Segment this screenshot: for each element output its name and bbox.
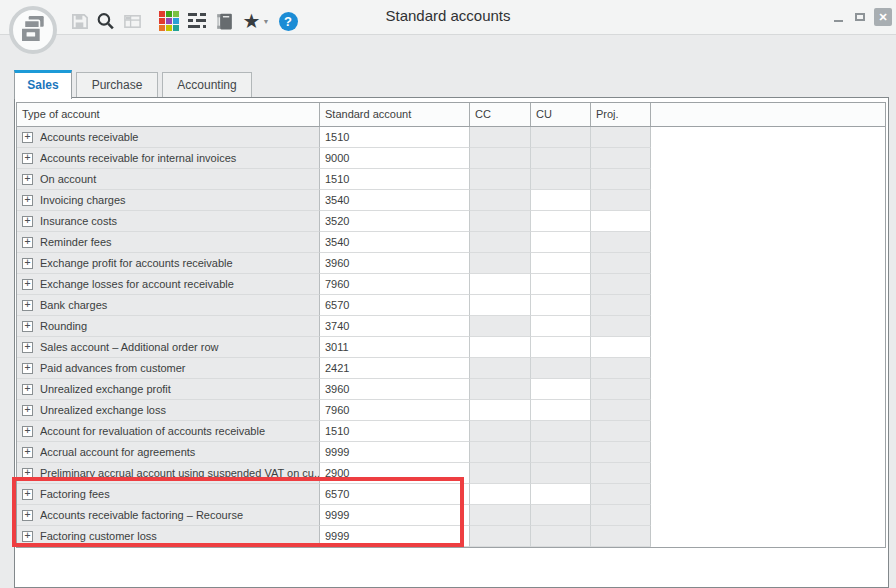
proj-cell[interactable] [591, 526, 651, 547]
cu-cell[interactable] [531, 358, 591, 379]
standard-account-cell[interactable]: 7960 [320, 274, 470, 295]
standard-account-cell[interactable]: 1510 [320, 127, 470, 148]
expand-plus-icon[interactable]: + [22, 489, 33, 500]
expand-plus-icon[interactable]: + [22, 405, 33, 416]
type-of-account-cell[interactable]: +Reminder fees [17, 232, 320, 253]
expand-plus-icon[interactable]: + [22, 195, 33, 206]
cc-cell[interactable] [470, 379, 531, 400]
col-header-type-of-account[interactable]: Type of account [17, 103, 320, 126]
expand-plus-icon[interactable]: + [22, 342, 33, 353]
cu-cell[interactable] [531, 232, 591, 253]
type-of-account-cell[interactable]: +Unrealized exchange profit [17, 379, 320, 400]
cu-cell[interactable] [531, 274, 591, 295]
type-of-account-cell[interactable]: +Preliminary accrual account using suspe… [17, 463, 320, 484]
proj-cell[interactable] [591, 505, 651, 526]
proj-cell[interactable] [591, 148, 651, 169]
expand-plus-icon[interactable]: + [22, 132, 33, 143]
type-of-account-cell[interactable]: +Sales account – Additional order row [17, 337, 320, 358]
tab-purchase[interactable]: Purchase [76, 72, 158, 97]
cc-cell[interactable] [470, 316, 531, 337]
col-header-standard-account[interactable]: Standard account [320, 103, 470, 126]
proj-cell[interactable] [591, 274, 651, 295]
cu-cell[interactable] [531, 379, 591, 400]
cc-cell[interactable] [470, 211, 531, 232]
cc-cell[interactable] [470, 274, 531, 295]
cc-cell[interactable] [470, 148, 531, 169]
proj-cell[interactable] [591, 379, 651, 400]
expand-plus-icon[interactable]: + [22, 363, 33, 374]
type-of-account-cell[interactable]: +Factoring fees [17, 484, 320, 505]
tab-accounting[interactable]: Accounting [162, 72, 252, 97]
standard-account-cell[interactable]: 1510 [320, 421, 470, 442]
expand-plus-icon[interactable]: + [22, 237, 33, 248]
standard-account-cell[interactable]: 2421 [320, 358, 470, 379]
type-of-account-cell[interactable]: +Insurance costs [17, 211, 320, 232]
standard-account-cell[interactable]: 2900 [320, 463, 470, 484]
cu-cell[interactable] [531, 484, 591, 505]
proj-cell[interactable] [591, 484, 651, 505]
expand-plus-icon[interactable]: + [22, 531, 33, 542]
cu-cell[interactable] [531, 442, 591, 463]
cu-cell[interactable] [531, 211, 591, 232]
standard-account-cell[interactable]: 3960 [320, 379, 470, 400]
cu-cell[interactable] [531, 337, 591, 358]
cc-cell[interactable] [470, 127, 531, 148]
type-of-account-cell[interactable]: +Accounts receivable factoring – Recours… [17, 505, 320, 526]
standard-account-cell[interactable]: 3540 [320, 190, 470, 211]
expand-plus-icon[interactable]: + [22, 300, 33, 311]
expand-plus-icon[interactable]: + [22, 153, 33, 164]
standard-account-cell[interactable]: 3960 [320, 253, 470, 274]
cc-cell[interactable] [470, 526, 531, 547]
proj-cell[interactable] [591, 463, 651, 484]
cc-cell[interactable] [470, 190, 531, 211]
type-of-account-cell[interactable]: +Exchange profit for accounts receivable [17, 253, 320, 274]
standard-account-cell[interactable]: 6570 [320, 295, 470, 316]
proj-cell[interactable] [591, 316, 651, 337]
type-of-account-cell[interactable]: +Invoicing charges [17, 190, 320, 211]
expand-plus-icon[interactable]: + [22, 468, 33, 479]
type-of-account-cell[interactable]: +Accounts receivable for internal invoic… [17, 148, 320, 169]
cc-cell[interactable] [470, 400, 531, 421]
standard-account-cell[interactable]: 3740 [320, 316, 470, 337]
type-of-account-cell[interactable]: +Account for revaluation of accounts rec… [17, 421, 320, 442]
type-of-account-cell[interactable]: +Factoring customer loss [17, 526, 320, 547]
standard-account-cell[interactable]: 9000 [320, 148, 470, 169]
standard-account-cell[interactable]: 3520 [320, 211, 470, 232]
cu-cell[interactable] [531, 148, 591, 169]
cc-cell[interactable] [470, 505, 531, 526]
proj-cell[interactable] [591, 127, 651, 148]
cu-cell[interactable] [531, 421, 591, 442]
standard-account-cell[interactable]: 6570 [320, 484, 470, 505]
type-of-account-cell[interactable]: +Accounts receivable [17, 127, 320, 148]
proj-cell[interactable] [591, 400, 651, 421]
proj-cell[interactable] [591, 442, 651, 463]
type-of-account-cell[interactable]: +Paid advances from customer [17, 358, 320, 379]
cu-cell[interactable] [531, 127, 591, 148]
minimize-button[interactable] [832, 8, 845, 26]
proj-cell[interactable] [591, 295, 651, 316]
col-header-proj[interactable]: Proj. [591, 103, 651, 126]
cc-cell[interactable] [470, 421, 531, 442]
expand-plus-icon[interactable]: + [22, 216, 33, 227]
expand-plus-icon[interactable]: + [22, 384, 33, 395]
proj-cell[interactable] [591, 337, 651, 358]
standard-account-cell[interactable]: 9999 [320, 505, 470, 526]
standard-account-cell[interactable]: 7960 [320, 400, 470, 421]
cu-cell[interactable] [531, 190, 591, 211]
type-of-account-cell[interactable]: +Bank charges [17, 295, 320, 316]
cc-cell[interactable] [470, 232, 531, 253]
cu-cell[interactable] [531, 505, 591, 526]
proj-cell[interactable] [591, 190, 651, 211]
cu-cell[interactable] [531, 400, 591, 421]
close-button[interactable]: ✕ [874, 8, 892, 26]
cu-cell[interactable] [531, 295, 591, 316]
expand-plus-icon[interactable]: + [22, 279, 33, 290]
expand-plus-icon[interactable]: + [22, 258, 33, 269]
col-header-cc[interactable]: CC [470, 103, 531, 126]
expand-plus-icon[interactable]: + [22, 174, 33, 185]
maximize-button[interactable] [853, 8, 866, 26]
col-header-cu[interactable]: CU [531, 103, 591, 126]
proj-cell[interactable] [591, 232, 651, 253]
expand-plus-icon[interactable]: + [22, 510, 33, 521]
proj-cell[interactable] [591, 211, 651, 232]
